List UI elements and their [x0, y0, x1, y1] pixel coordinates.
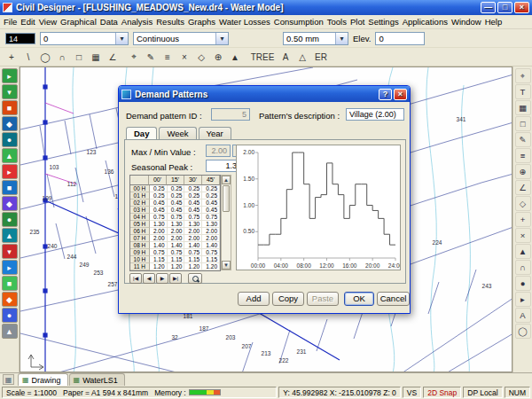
menu-item[interactable]: Graphs: [186, 16, 217, 27]
value-cell[interactable]: 1.20: [168, 263, 185, 270]
snap-icon[interactable]: ⌖: [126, 50, 142, 65]
value-cell[interactable]: 2.00: [202, 228, 220, 235]
menu-item[interactable]: Help: [483, 16, 505, 27]
tab-week[interactable]: Week: [159, 127, 196, 140]
extend-tool-icon[interactable]: ▸: [2, 260, 18, 275]
tab-drawing[interactable]: ▦ Drawing: [18, 373, 68, 386]
dialog-close-button[interactable]: ×: [394, 89, 407, 100]
value-cell[interactable]: 0.45: [202, 200, 220, 207]
value-cell[interactable]: 1.20: [184, 263, 202, 270]
value-cell[interactable]: 0.75: [202, 214, 220, 221]
value-cell[interactable]: 0.45: [168, 207, 185, 214]
layers-icon[interactable]: ≡: [160, 50, 176, 65]
text-tool-icon[interactable]: A: [278, 50, 293, 65]
value-cell[interactable]: 2.00: [150, 235, 168, 242]
value-cell[interactable]: 1.40: [150, 242, 168, 249]
value-cell[interactable]: 1.40: [184, 242, 202, 249]
tab-day[interactable]: Day: [126, 127, 157, 140]
table-scrollbar[interactable]: ▲ ▼: [221, 175, 231, 270]
copy-button[interactable]: Copy: [272, 292, 304, 306]
fillet-tool-icon[interactable]: ◆: [2, 292, 18, 307]
trim-tool-icon[interactable]: ▾: [2, 244, 18, 259]
hatch-icon[interactable]: ▦: [515, 100, 531, 115]
dialog-help-button[interactable]: ?: [379, 89, 392, 100]
annotate-icon[interactable]: A: [515, 308, 531, 323]
erase-tool-icon[interactable]: ▸: [2, 164, 18, 179]
point-icon[interactable]: +: [515, 212, 531, 227]
block-icon[interactable]: □: [515, 116, 531, 131]
copy-tool-icon[interactable]: ◆: [2, 196, 18, 211]
draw-rect-icon[interactable]: □: [71, 50, 87, 65]
delete-icon[interactable]: ×: [176, 50, 192, 65]
vs-toggle[interactable]: VS: [403, 387, 421, 398]
polygon-icon[interactable]: ◇: [193, 50, 209, 65]
value-cell[interactable]: 0.25: [184, 185, 202, 192]
draw-line-icon[interactable]: \: [20, 50, 36, 65]
menu-item[interactable]: Consumption: [272, 16, 325, 27]
menu-item[interactable]: Analysis: [120, 16, 154, 27]
value-cell[interactable]: 0.45: [150, 200, 168, 207]
pan-tool-icon[interactable]: ▸: [2, 68, 18, 83]
next-record-button[interactable]: ▶: [156, 273, 168, 284]
value-cell[interactable]: 1.40: [168, 242, 185, 249]
dimension-icon[interactable]: ∠: [515, 180, 531, 195]
circle-node-icon[interactable]: ●: [515, 276, 531, 291]
scroll-down-arrow[interactable]: ▼: [222, 261, 231, 270]
menu-item[interactable]: Applications: [401, 16, 450, 27]
menu-item[interactable]: File: [2, 16, 19, 27]
measure-tool-icon[interactable]: ▲: [2, 324, 18, 339]
value-cell[interactable]: 1.30: [168, 221, 185, 228]
edit-icon[interactable]: ✎: [143, 50, 159, 65]
value-cell[interactable]: 1.30: [202, 221, 220, 228]
scroll-up-arrow[interactable]: ▲: [222, 176, 231, 184]
value-cell[interactable]: 1.15: [202, 256, 220, 263]
sketch-icon[interactable]: ✎: [515, 132, 531, 147]
tab-year[interactable]: Year: [199, 127, 231, 140]
value-cell[interactable]: 1.30: [184, 221, 202, 228]
value-cell[interactable]: 0.45: [150, 207, 168, 214]
value-cell[interactable]: 0.45: [202, 207, 220, 214]
minimize-button[interactable]: —: [481, 2, 496, 13]
rotate-tool-icon[interactable]: ●: [2, 212, 18, 227]
value-cell[interactable]: 1.40: [202, 242, 220, 249]
layer-number-box[interactable]: 14: [5, 33, 35, 44]
value-cell[interactable]: 0.75: [150, 214, 168, 221]
value-cell[interactable]: 2.00: [184, 228, 202, 235]
value-cell[interactable]: 0.75: [184, 249, 202, 256]
paste-button[interactable]: Paste: [307, 292, 339, 306]
scroll-thumb[interactable]: [223, 185, 230, 212]
break-icon[interactable]: ×: [515, 228, 531, 243]
triangle-icon[interactable]: ▲: [227, 50, 243, 65]
value-cell[interactable]: 0.25: [168, 192, 185, 200]
menu-item[interactable]: Results: [154, 16, 186, 27]
value-cell[interactable]: 2.00: [150, 228, 168, 235]
text-icon[interactable]: T: [515, 84, 531, 99]
value-cell[interactable]: 1.30: [150, 221, 168, 228]
add-button[interactable]: Add: [238, 292, 270, 306]
value-cell[interactable]: 1.20: [202, 263, 220, 270]
ring-icon[interactable]: ◯: [515, 324, 531, 339]
parcel-icon[interactable]: ◇: [515, 196, 531, 211]
menu-item[interactable]: Graphical: [59, 16, 98, 27]
tin-tool-icon[interactable]: △: [294, 50, 310, 65]
num-lock-indicator[interactable]: NUM: [505, 387, 530, 398]
layer-combo[interactable]: 0: [40, 32, 129, 45]
node-icon[interactable]: ⊕: [515, 164, 531, 179]
move-tool-icon[interactable]: ■: [2, 180, 18, 195]
dp-local-toggle[interactable]: DP Local: [463, 387, 502, 398]
close-button[interactable]: ×: [514, 2, 529, 13]
value-cell[interactable]: 0.75: [184, 214, 202, 221]
menu-item[interactable]: View: [37, 16, 59, 27]
value-cell[interactable]: 1.15: [168, 256, 185, 263]
menu-item[interactable]: Water Losses: [217, 16, 272, 27]
value-cell[interactable]: 0.25: [150, 185, 168, 192]
ok-button[interactable]: OK: [344, 292, 374, 306]
first-record-button[interactable]: |◀: [129, 273, 142, 284]
value-cell[interactable]: 1.20: [150, 263, 168, 270]
draw-circle-icon[interactable]: ◯: [37, 50, 53, 65]
value-cell[interactable]: 0.75: [150, 249, 168, 256]
last-record-button[interactable]: ▶|: [169, 273, 182, 284]
menu-item[interactable]: Settings: [366, 16, 400, 27]
zoom-window-tool-icon[interactable]: ■: [2, 100, 18, 115]
regen-tool-icon[interactable]: ●: [2, 132, 18, 147]
